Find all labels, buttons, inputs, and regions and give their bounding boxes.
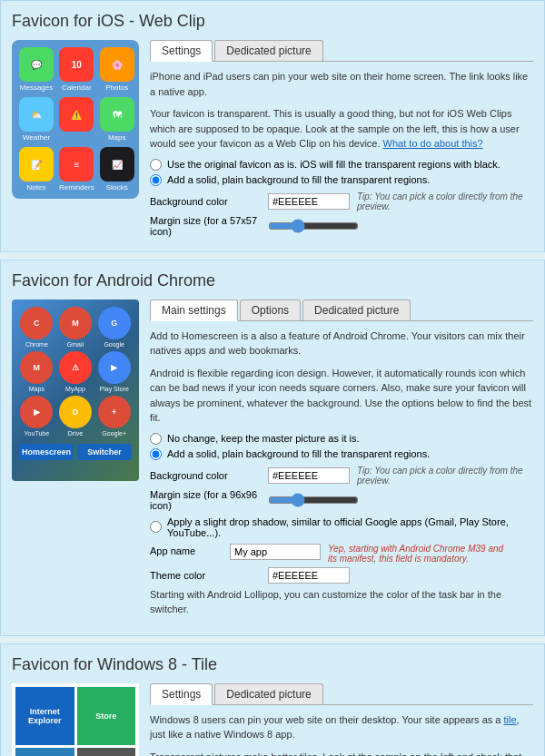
list-item: ≡ Reminders [59,147,94,191]
android-bg-color-label: Background color [150,470,268,481]
android-section: Favicon for Android Chrome C Chrome M Gm… [0,260,545,636]
android-app-name-row: App name Yep, starting with Android Chro… [150,544,533,564]
ios-icon-warning: ⚠️ [59,97,94,132]
win-tile-maps: Maps [15,748,74,756]
android-icon-google: G [98,307,131,339]
list-item: ▶ Play Store [96,351,132,392]
android-app-name-input[interactable] [230,544,321,560]
android-radio-1[interactable] [150,433,162,445]
windows-section: Favicon for Windows 8 - Tile Internet Ex… [0,643,545,757]
ios-margin-slider[interactable] [268,219,359,233]
android-theme-color-input[interactable] [268,567,350,584]
list-item: C Chrome [19,307,54,348]
android-icons-container: C Chrome M Gmail G Google M Maps [19,307,132,437]
tab-dedicated-picture[interactable]: Dedicated picture [214,683,322,704]
ios-preview: 💬 Messages 10 Calendar 🌸 Photos ⛅ Weathe… [12,40,139,241]
tab-main-settings[interactable]: Main settings [150,299,238,321]
android-radio-2[interactable] [150,448,162,460]
windows-tile-grid: Internet Explorer Store Maps ⚠ [12,683,139,757]
tab-dedicated-picture[interactable]: Dedicated picture [214,40,322,61]
tab-settings[interactable]: Settings [150,683,213,705]
windows-desc1: Windows 8 users can pin your web site on… [150,712,533,742]
win-tile-store-label: Store [95,712,116,721]
list-item: ▶ YouTube [19,396,54,437]
ios-title: Favicon for iOS - Web Clip [12,12,533,31]
list-item: + Google+ [96,396,132,437]
list-item: D Drive [58,396,94,437]
ios-desc2: Your favicon is transparent. This is usu… [150,106,533,152]
windows-preview: Internet Explorer Store Maps ⚠ [12,683,139,757]
ios-icon-label: Stocks [100,183,134,191]
win-tile-ie-label: Internet Explorer [19,707,71,725]
android-option-1: No change, keep the master picture as it… [150,433,533,445]
ios-icon-label: Maps [100,133,134,142]
list-item: 🗺 Maps [100,97,134,142]
android-preview: C Chrome M Gmail G Google M Maps [12,299,139,624]
list-item: ⚠️ [59,97,94,142]
tile-link[interactable]: tile [504,714,517,725]
windows-tab-bar: Settings Dedicated picture [150,683,533,705]
homescreen-button[interactable]: Homescreen [19,444,74,460]
ios-icon-weather: ⛅ [19,97,54,132]
win-tile-store: Store [77,687,136,746]
ios-icon-photos: 🌸 [100,47,134,82]
android-icon-label: Play Store [96,386,132,392]
ios-icon-maps: 🗺 [100,97,134,132]
tab-dedicated-picture[interactable]: Dedicated picture [302,299,411,320]
android-bg-color-row: Background color Tip: You can pick a col… [150,466,533,486]
android-icon-chrome: C [20,307,53,339]
android-option-1-label: No change, keep the master picture as it… [167,433,360,444]
ios-tab-bar: Settings Dedicated picture [150,40,533,62]
android-desc: Add to Homescreen is a also a feature of… [150,329,533,358]
ios-option-2: Add a solid, plain background to fill th… [150,174,533,186]
android-shadow-label: Apply a slight drop shadow, similar to o… [167,516,533,538]
ios-icon-label: Reminders [59,183,94,191]
android-radio-group: No change, keep the master picture as it… [150,433,533,460]
android-icon-gmail: M [59,307,92,339]
ios-bg-color-hint: Tip: You can pick a color directly from … [357,191,533,211]
list-item: ⛅ Weather [19,97,54,142]
android-bg-color-input[interactable] [268,467,350,484]
android-bg-color-hint: Tip: You can pick a color directly from … [357,466,533,486]
tab-settings[interactable]: Settings [150,40,213,62]
ios-bg-color-label: Background color [150,196,268,207]
ios-radio-1[interactable] [150,159,162,171]
android-icon-drive: D [59,396,92,428]
list-item: 🌸 Photos [100,47,134,92]
android-icon-gplus: + [98,396,131,428]
android-shadow-option: Apply a slight drop shadow, similar to o… [150,516,533,538]
android-tab-bar: Main settings Options Dedicated picture [150,299,533,321]
ios-icon-label: Notes [19,183,54,191]
android-margin-slider[interactable] [268,493,359,507]
ios-radio-group: Use the original favicon as is. iOS will… [150,159,533,186]
list-item: 💬 Messages [19,47,54,92]
android-icon-maps: M [20,351,53,384]
ios-icon-label: Photos [100,83,134,92]
android-shadow-radio[interactable] [150,521,162,533]
ios-icon-stocks: 📈 [100,147,134,182]
ios-icon-grid: 💬 Messages 10 Calendar 🌸 Photos ⛅ Weathe… [12,40,139,199]
ios-icon-label: Weather [19,133,54,142]
ios-icon-notes: 📝 [19,147,54,182]
ios-link[interactable]: What to do about this? [383,138,483,149]
windows-desc2: Transparent pictures make better tiles. … [150,750,533,757]
ios-icon-messages: 💬 [19,47,54,82]
android-icon-label: Google+ [96,430,132,437]
tab-options[interactable]: Options [240,299,301,320]
switcher-button[interactable]: Switcher [77,444,132,460]
list-item: M Maps [19,351,54,392]
android-icon-myapp: ⚠ [59,351,92,384]
list-item: 📈 Stocks [100,147,134,191]
android-title: Favicon for Android Chrome [12,271,533,290]
ios-section: Favicon for iOS - Web Clip 💬 Messages 10… [0,0,545,252]
ios-icon-calendar: 10 [59,47,94,82]
ios-bg-color-input[interactable] [268,193,350,210]
android-icon-youtube: ▶ [20,396,53,428]
android-icon-label: Maps [19,386,54,392]
android-app-name-hint: Yep, starting with Android Chrome M39 an… [328,544,510,564]
android-icon-label: Chrome [19,341,54,348]
android-theme-color-label: Theme color [150,570,268,581]
win-tile-ie: Internet Explorer [15,687,74,746]
android-info: Android is flexible regarding icon desig… [150,366,533,426]
ios-radio-2[interactable] [150,174,162,186]
